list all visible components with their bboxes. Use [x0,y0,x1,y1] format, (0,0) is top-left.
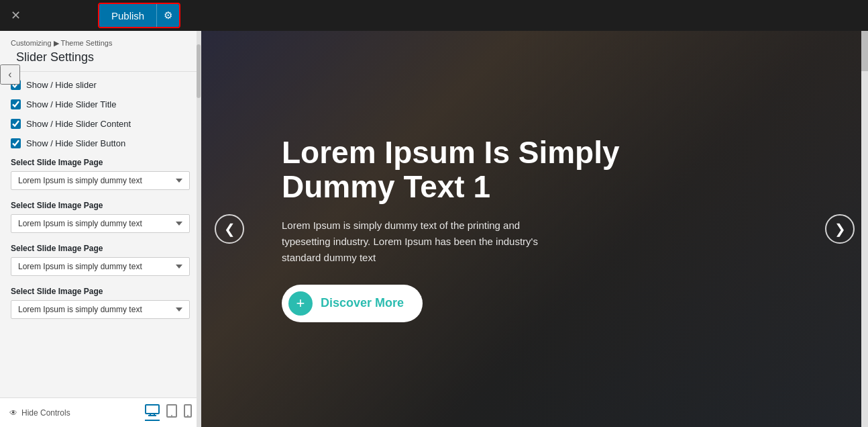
main-layout: ‹ Customizing ▶ Theme Settings Slider Se… [0,31,868,427]
select-dropdown-1[interactable]: Lorem Ipsum is simply dummy text [11,171,190,190]
select-group-2: Select Slide Image Page Lorem Ipsum is s… [11,201,190,233]
checkbox-show-hide-content: Show / Hide Slider Content [11,119,190,129]
back-icon: ‹ [8,68,11,81]
checkbox-show-hide-title: Show / Hide Slider Title [11,99,190,109]
sidebar-title: Slider Settings [11,50,190,64]
checkbox-title-label: Show / Hide Slider Title [26,99,116,109]
close-button[interactable]: ✕ [0,0,31,31]
gear-button[interactable]: ⚙ [156,4,179,27]
preview-area: ❮ Lorem Ipsum Is Simply Dummy Text 1 Lor… [201,31,868,427]
sidebar-scrollbar[interactable] [197,31,201,427]
next-arrow-button[interactable]: ❯ [825,214,855,244]
mobile-view-icon[interactable] [184,404,192,421]
eye-icon: 👁 [9,408,17,418]
sidebar-scrollbar-thumb [197,44,201,98]
select-group-4: Select Slide Image Page Lorem Ipsum is s… [11,287,190,319]
prev-arrow-button[interactable]: ❮ [215,214,244,244]
desktop-view-icon[interactable] [145,404,160,421]
publish-button[interactable]: Publish [99,4,156,27]
publish-area: Publish ⚙ [98,3,180,28]
close-icon: ✕ [11,8,21,23]
checkbox-title[interactable] [11,99,21,109]
prev-arrow-icon: ❮ [224,221,235,237]
select-label-4: Select Slide Image Page [11,287,190,296]
hide-controls-label: Hide Controls [21,408,70,418]
breadcrumb-customizing: Customizing [11,39,52,47]
select-group-3: Select Slide Image Page Lorem Ipsum is s… [11,244,190,276]
checkbox-button[interactable] [11,138,21,148]
checkbox-show-hide-button: Show / Hide Slider Button [11,138,190,148]
checkbox-slider-label: Show / Hide slider [26,80,97,90]
slider-background: ❮ Lorem Ipsum Is Simply Dummy Text 1 Lor… [201,31,868,427]
checkbox-show-hide-slider: Show / Hide slider [11,80,190,90]
discover-more-label: Discover More [321,296,404,310]
breadcrumb-theme: Theme Settings [60,39,112,47]
top-bar: ✕ Publish ⚙ [0,0,868,31]
select-group-1: Select Slide Image Page Lorem Ipsum is s… [11,158,190,190]
back-button[interactable]: ‹ [0,64,20,85]
checkbox-button-label: Show / Hide Slider Button [26,138,125,148]
breadcrumb: Customizing ▶ Theme Settings [11,39,190,48]
breadcrumb-separator: ▶ [54,39,61,47]
right-scrollbar[interactable] [861,31,868,427]
checkbox-content-label: Show / Hide Slider Content [26,119,131,129]
svg-rect-0 [146,405,159,414]
select-dropdown-3[interactable]: Lorem Ipsum is simply dummy text [11,257,190,276]
view-icons [145,404,192,421]
slider-description: Lorem Ipsum is simply dummy text of the … [282,218,563,266]
tablet-view-icon[interactable] [166,404,177,421]
right-scrollbar-thumb [861,31,868,71]
gear-icon: ⚙ [164,9,172,21]
sidebar: ‹ Customizing ▶ Theme Settings Slider Se… [0,31,201,427]
svg-point-5 [171,415,172,416]
discover-more-button[interactable]: + Discover More [282,285,423,322]
bottom-bar: 👁 Hide Controls [0,397,201,427]
select-dropdown-4[interactable]: Lorem Ipsum is simply dummy text [11,300,190,319]
svg-point-7 [187,415,188,416]
hide-controls-button[interactable]: 👁 Hide Controls [9,408,70,418]
select-label-3: Select Slide Image Page [11,244,190,253]
slider-title: Lorem Ipsum Is Simply Dummy Text 1 [282,136,684,203]
checkbox-content[interactable] [11,119,21,129]
select-dropdown-2[interactable]: Lorem Ipsum is simply dummy text [11,214,190,233]
sidebar-content: Show / Hide slider Show / Hide Slider Ti… [0,72,201,427]
select-label-2: Select Slide Image Page [11,201,190,210]
select-label-1: Select Slide Image Page [11,158,190,167]
next-arrow-icon: ❯ [834,221,846,237]
sidebar-header: ‹ Customizing ▶ Theme Settings Slider Se… [0,31,201,72]
discover-icon: + [288,291,313,316]
slider-content: Lorem Ipsum Is Simply Dummy Text 1 Lorem… [282,136,684,322]
